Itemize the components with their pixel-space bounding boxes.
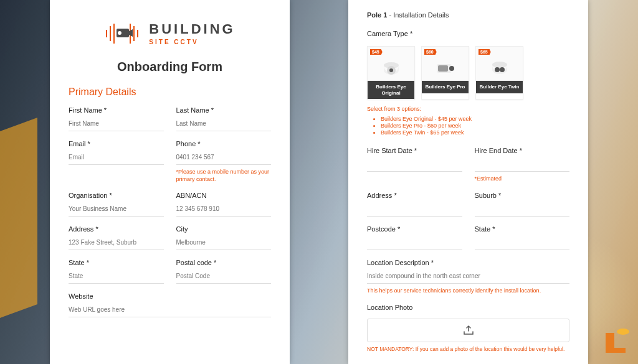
phone-label: Phone * xyxy=(176,140,272,147)
postcode-label: Postcode * xyxy=(367,225,462,233)
camera-icon xyxy=(380,59,402,77)
select-note: Select from 3 options: xyxy=(367,106,569,112)
corner-logo xyxy=(601,328,631,358)
install-state-label: State * xyxy=(475,225,570,233)
location-photo-label: Location Photo xyxy=(367,304,569,311)
camera-card-original[interactable]: $45 Builders Eye Original xyxy=(367,46,415,100)
phone-input[interactable] xyxy=(176,151,272,165)
state-label: State * xyxy=(69,259,164,266)
hire-start-input[interactable] xyxy=(367,158,462,172)
phone-helper: *Please use a mobile number as your prim… xyxy=(176,169,272,183)
address-input[interactable] xyxy=(69,236,164,250)
abn-label: ABN/ACN xyxy=(176,192,272,199)
svg-point-16 xyxy=(500,67,505,72)
svg-point-7 xyxy=(118,31,121,35)
camera-image-original: $45 xyxy=(368,47,414,81)
svg-point-15 xyxy=(495,67,500,72)
brand-header: BUILDING SITE CCTV xyxy=(69,19,271,49)
install-address-input[interactable] xyxy=(367,203,462,217)
suburb-input[interactable] xyxy=(475,203,570,217)
location-description-input[interactable] xyxy=(367,270,569,284)
price-list-item: Builders Eye Pro - $60 per week xyxy=(381,123,569,129)
svg-point-14 xyxy=(492,62,507,68)
website-label: Website xyxy=(69,292,271,300)
abn-input[interactable] xyxy=(176,203,272,217)
suburb-label: Suburb * xyxy=(475,192,570,199)
upload-box[interactable] xyxy=(367,319,569,342)
postal-label: Postal code * xyxy=(176,259,272,266)
organisation-input[interactable] xyxy=(69,203,164,217)
camera-name: Builders Eye Pro xyxy=(422,81,469,93)
price-list: Builders Eye Original - $45 per week Bui… xyxy=(381,116,569,136)
city-label: City xyxy=(176,225,272,233)
website-input[interactable] xyxy=(69,304,271,317)
brand-subtitle: SITE CCTV xyxy=(149,39,235,45)
not-mandatory-note: NOT MANDATORY: If you can add a photo of… xyxy=(367,346,569,352)
section-primary-details: Primary Details xyxy=(69,86,271,98)
hire-end-label: Hire End Date * xyxy=(475,147,570,154)
page-title: Onboarding Form xyxy=(69,60,271,74)
camera-icon xyxy=(434,59,457,77)
svg-rect-12 xyxy=(438,65,448,72)
price-tag: $45 xyxy=(370,49,383,55)
install-state-input[interactable] xyxy=(475,236,570,250)
price-list-item: Builders Eye Original - $45 per week xyxy=(381,116,569,122)
camera-image-pro: $60 xyxy=(422,47,469,81)
price-tag: $65 xyxy=(478,49,491,55)
hire-start-label: Hire Start Date * xyxy=(367,147,462,154)
first-name-input[interactable] xyxy=(69,118,164,131)
brand-name: BUILDING xyxy=(149,21,235,37)
organisation-label: Organisation * xyxy=(69,192,164,199)
camera-image-twin: $65 xyxy=(476,47,523,81)
camera-card-twin[interactable]: $65 Builder Eye Twin xyxy=(475,46,523,100)
install-address-label: Address * xyxy=(367,192,462,199)
first-name-label: First Name * xyxy=(69,106,164,114)
email-input[interactable] xyxy=(69,151,164,165)
onboarding-form-panel: BUILDING SITE CCTV Onboarding Form Prima… xyxy=(50,0,290,364)
price-list-item: Builders Eye Twin - $65 per week xyxy=(381,129,569,136)
location-description-label: Location Description * xyxy=(367,259,569,266)
location-description-helper: This helps our service technicians corre… xyxy=(367,287,569,295)
hire-end-input[interactable] xyxy=(475,158,570,172)
address-label: Address * xyxy=(69,225,164,233)
email-label: Email * xyxy=(69,140,164,147)
brand-logo-icon xyxy=(104,19,140,47)
hire-end-helper: *Estimated xyxy=(475,175,570,183)
camera-icon xyxy=(488,59,511,77)
price-tag: $60 xyxy=(424,49,437,55)
svg-point-10 xyxy=(389,68,393,72)
camera-card-row: $45 Builders Eye Original $60 Builde xyxy=(367,46,569,100)
camera-name: Builders Eye Original xyxy=(368,81,414,99)
installation-details-panel: Pole 1 - Installation Details Camera Typ… xyxy=(348,0,588,364)
svg-point-13 xyxy=(449,66,454,71)
city-input[interactable] xyxy=(176,236,272,250)
upload-icon xyxy=(463,325,474,335)
pole-header: Pole 1 - Installation Details xyxy=(367,11,569,19)
camera-name: Builder Eye Twin xyxy=(476,81,523,93)
state-input[interactable] xyxy=(69,270,164,284)
postal-input[interactable] xyxy=(176,270,272,284)
postcode-input[interactable] xyxy=(367,236,462,250)
camera-card-pro[interactable]: $60 Builders Eye Pro xyxy=(421,46,469,100)
last-name-input[interactable] xyxy=(176,118,272,131)
camera-type-label: Camera Type * xyxy=(367,30,569,37)
last-name-label: Last Name * xyxy=(176,106,272,114)
